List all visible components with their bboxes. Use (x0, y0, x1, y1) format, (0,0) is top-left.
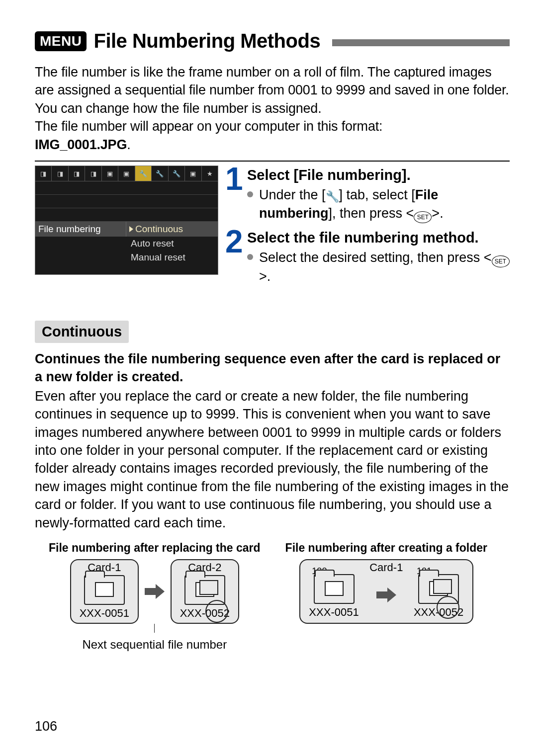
file-number-label: XXX-0051 (309, 606, 358, 619)
menu-tab: ▣ (102, 166, 118, 181)
menu-tab: ▣ (118, 166, 135, 181)
section-divider (35, 161, 510, 162)
step-1: 1 Select [File numbering]. Under the [🔧]… (225, 166, 510, 223)
intro-text: The file number is like the frame number… (35, 63, 510, 154)
step-number: 2 (225, 228, 243, 286)
menu-tab: ◨ (35, 166, 52, 181)
menu-blank-rows (35, 181, 218, 222)
leader-line (154, 624, 155, 633)
diagram-title: File numbering after creating a folder (285, 541, 487, 555)
step-2: 2 Select the file numbering method. Sele… (225, 228, 510, 286)
svg-marker-1 (376, 588, 396, 602)
menu-option-row: Auto reset (35, 237, 218, 251)
menu-tab: ◨ (69, 166, 85, 181)
highlight-circle-icon (205, 600, 228, 623)
continuous-summary: Continues the file numbering sequence ev… (35, 350, 510, 386)
highlight-circle-icon (437, 596, 459, 619)
menu-option-row: Manual reset (35, 251, 218, 264)
title-bar (332, 39, 510, 46)
diagram-caption: Next sequential file number (49, 638, 261, 652)
continuous-heading: Continuous (35, 321, 129, 343)
triangle-right-icon (129, 226, 133, 232)
file-number-label: XXX-0051 (80, 607, 129, 620)
page-title-row: MENU File Numbering Methods (35, 30, 510, 52)
set-button-icon: SET (492, 255, 510, 267)
bullet-icon (247, 191, 253, 197)
menu-tab: ★ (202, 166, 218, 181)
step-1-heading: Select [File numbering]. (247, 166, 510, 185)
step-number: 1 (225, 166, 243, 223)
menu-tab-active: 🔧 (135, 166, 152, 181)
menu-tab: 🔧 (152, 166, 168, 181)
wrench-icon: 🔧 (326, 189, 339, 204)
continuous-body: Even after you replace the card or creat… (35, 387, 510, 532)
step-2-heading: Select the file numbering method. (247, 228, 510, 248)
menu-tab: ◨ (52, 166, 68, 181)
filename-example: IMG_0001.JPG (35, 137, 127, 152)
menu-tab: ◨ (85, 166, 101, 181)
card-1-wide: Card-1 100 XXX-0051 101 XXX-0052 (299, 559, 473, 624)
svg-marker-0 (145, 584, 165, 599)
card-1: Card-1 XXX-0051 (70, 559, 139, 624)
step-2-bullet: Select the desired setting, then press <… (247, 249, 510, 286)
arrow-right-icon (145, 584, 165, 599)
menu-tab-bar: ◨ ◨ ◨ ◨ ▣ ▣ 🔧 🔧 🔧 ▣ ★ (35, 166, 218, 181)
bullet-icon (247, 254, 253, 260)
menu-row-file-numbering: File numbering Continuous (35, 222, 218, 237)
page-number: 106 (35, 719, 57, 734)
diagram-title: File numbering after replacing the card (49, 541, 261, 555)
intro-paragraph-2: The file number will appear on your comp… (35, 119, 382, 134)
diagram-create-folder: File numbering after creating a folder C… (285, 541, 487, 652)
menu-tab: 🔧 (169, 166, 185, 181)
camera-menu-screenshot: ◨ ◨ ◨ ◨ ▣ ▣ 🔧 🔧 🔧 ▣ ★ File numbering Con… (35, 166, 218, 275)
folder-icon (314, 574, 355, 604)
folder-icon (84, 575, 125, 605)
menu-badge: MENU (35, 31, 87, 51)
step-1-bullet: Under the [🔧] tab, select [File numberin… (247, 186, 510, 223)
menu-item-value: Continuous (126, 222, 218, 237)
card-2: Card-2 XXX-0052 (171, 559, 239, 624)
menu-tab: ▣ (185, 166, 201, 181)
set-button-icon: SET (414, 211, 432, 223)
intro-paragraph-1: The file number is like the frame number… (35, 65, 509, 116)
diagram-replace-card: File numbering after replacing the card … (49, 541, 261, 652)
menu-item-label: File numbering (35, 224, 126, 235)
page-title: File Numbering Methods (93, 30, 320, 52)
arrow-right-icon (376, 588, 396, 602)
